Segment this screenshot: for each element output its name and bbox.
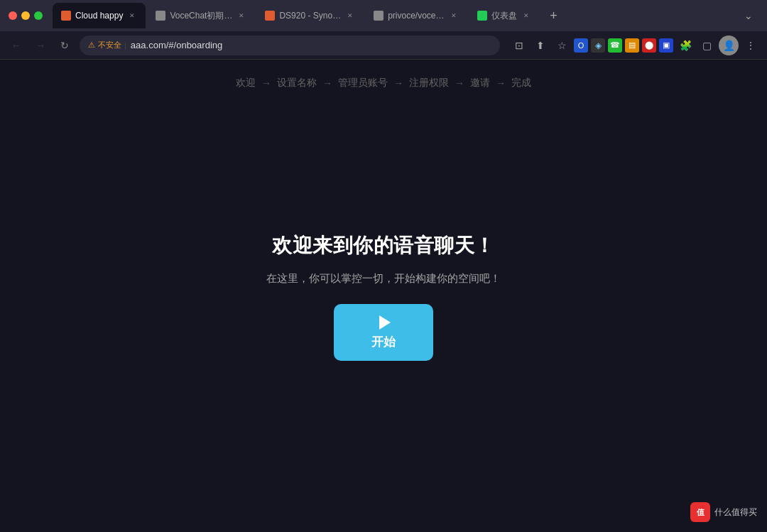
watermark-text: 什么值得买 <box>714 506 757 519</box>
tab-label-3: DS920 - Syno… <box>279 11 341 21</box>
ext-square-icon[interactable]: ▢ <box>697 36 716 55</box>
tab-label-5: 仪表盘 <box>491 10 517 22</box>
minimize-button[interactable] <box>21 11 30 20</box>
close-button[interactable] <box>9 11 17 20</box>
ext-camo-icon[interactable]: ◈ <box>591 38 605 53</box>
bookmark-icon[interactable]: ☆ <box>553 36 571 55</box>
maximize-button[interactable] <box>34 11 43 20</box>
warning-icon: ⚠ <box>88 40 95 50</box>
tab-label-1: Cloud happy <box>75 11 123 21</box>
welcome-title: 欢迎来到你的语音聊天！ <box>272 232 495 259</box>
new-tab-button[interactable]: + <box>544 6 564 26</box>
user-avatar[interactable]: 👤 <box>719 36 739 55</box>
tab-voce[interactable]: VoceChat初期… ✕ <box>147 3 255 28</box>
tab-favicon-2 <box>156 11 165 21</box>
step-welcome: 欢迎 <box>236 77 256 89</box>
main-content: 欢迎来到你的语音聊天！ 在这里，你可以掌控一切，开始构建你的空间吧！ 开始 <box>266 61 501 532</box>
tabs-chevron[interactable]: ⌄ <box>739 7 758 24</box>
insecure-indicator: ⚠ 不安全 | <box>88 40 126 50</box>
start-button-label: 开始 <box>371 334 396 350</box>
ext-puzzle-icon[interactable]: 🧩 <box>676 36 695 55</box>
welcome-subtitle: 在这里，你可以掌控一切，开始构建你的空间吧！ <box>266 272 501 286</box>
insecure-label: 不安全 <box>98 40 121 50</box>
translate-icon[interactable]: ⊡ <box>510 36 528 55</box>
tab-close-3[interactable]: ✕ <box>345 11 355 21</box>
tab-favicon-5 <box>477 11 487 21</box>
tabs-bar: Cloud happy ✕ VoceChat初期… ✕ DS920 - Syno… <box>53 0 758 31</box>
play-icon <box>379 315 391 330</box>
address-bar: ← → ↻ ⚠ 不安全 | aaa.com/#/onboarding ⊡ ⬆ ☆… <box>0 31 767 60</box>
toolbar-icons: ⊡ ⬆ ☆ O ◈ ☎ ▤ ⬤ ▣ 🧩 ▢ 👤 ⋮ <box>510 36 760 55</box>
ext-phone-icon[interactable]: ☎ <box>608 38 622 53</box>
url-bar[interactable]: ⚠ 不安全 | aaa.com/#/onboarding <box>80 36 500 55</box>
ext-ds-icon[interactable]: ▤ <box>625 38 639 53</box>
watermark-logo: 值 <box>690 502 710 522</box>
ext-red-icon[interactable]: ⬤ <box>642 38 656 53</box>
forward-button[interactable]: → <box>31 36 50 55</box>
step-done: 完成 <box>511 77 531 89</box>
ext-blue-icon[interactable]: ▣ <box>659 38 673 53</box>
reload-button[interactable]: ↻ <box>55 36 74 55</box>
back-button[interactable]: ← <box>7 36 26 55</box>
url-text: aaa.com/#/onboarding <box>131 40 222 50</box>
tab-favicon-1 <box>61 11 71 21</box>
menu-icon[interactable]: ⋮ <box>741 36 760 55</box>
tab-cloud-happy[interactable]: Cloud happy ✕ <box>53 3 146 28</box>
tab-dashboard[interactable]: 仪表盘 ✕ <box>469 3 540 28</box>
ext-outlook-icon[interactable]: O <box>574 38 588 53</box>
tab-close-5[interactable]: ✕ <box>521 11 531 21</box>
start-button[interactable]: 开始 <box>334 304 433 361</box>
tab-ds920[interactable]: DS920 - Syno… ✕ <box>256 3 364 28</box>
tab-favicon-3 <box>265 11 275 21</box>
tab-privoce[interactable]: privoce/voce… ✕ <box>365 3 467 28</box>
tab-close-2[interactable]: ✕ <box>236 11 246 21</box>
tab-label-2: VoceChat初期… <box>170 10 232 22</box>
tab-label-4: privoce/voce… <box>388 11 444 21</box>
share-icon[interactable]: ⬆ <box>531 36 550 55</box>
titlebar: Cloud happy ✕ VoceChat初期… ✕ DS920 - Syno… <box>0 0 767 31</box>
tab-close-1[interactable]: ✕ <box>127 11 137 21</box>
tab-favicon-4 <box>374 11 384 21</box>
traffic-lights <box>9 11 43 20</box>
page-content: 欢迎 → 设置名称 → 管理员账号 → 注册权限 → 邀请 → 完成 欢迎来到你… <box>0 60 767 532</box>
watermark: 值 什么值得买 <box>690 502 757 522</box>
tab-close-4[interactable]: ✕ <box>449 11 459 21</box>
